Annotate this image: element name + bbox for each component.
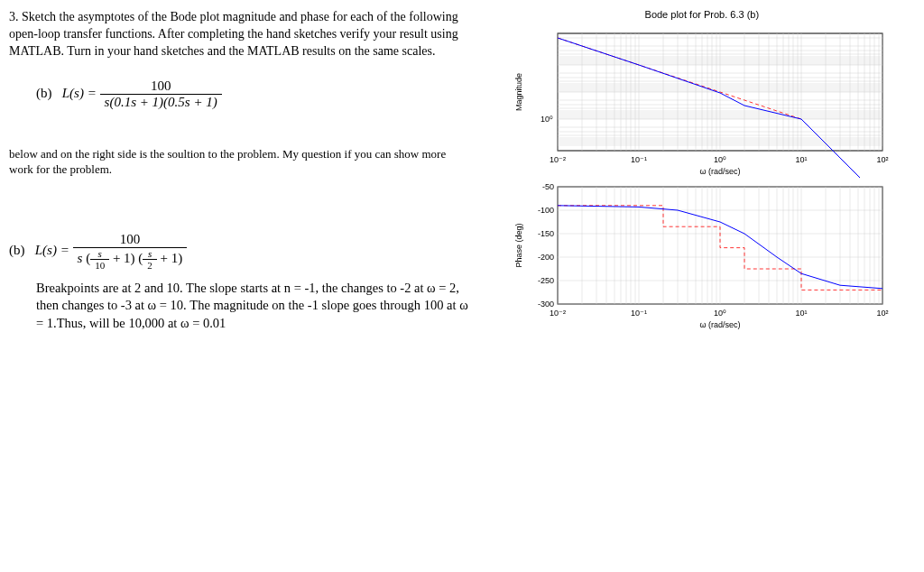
part-label: (b) — [36, 86, 52, 100]
svg-text:-200: -200 — [538, 253, 554, 262]
problem-number: 3. — [9, 10, 19, 23]
svg-text:10⁰: 10⁰ — [714, 309, 726, 318]
phase-xlabel: ω (rad/sec) — [699, 320, 740, 329]
svg-text:10⁻²: 10⁻² — [550, 155, 566, 164]
svg-text:10²: 10² — [876, 155, 888, 164]
problem-formula: (b) L(s) = 100 s(0.1s + 1)(0.5s + 1) — [36, 78, 471, 110]
solution-denominator: s (s10 + 1) (s2 + 1) — [73, 248, 188, 271]
svg-text:10²: 10² — [876, 309, 888, 318]
problem-statement: 3. Sketch the asymptotes of the Bode plo… — [9, 9, 471, 60]
phase-plot: -50 -100 -150 -200 -250 -300 10⁻² 10⁻¹ 1… — [508, 178, 896, 336]
svg-text:-150: -150 — [538, 229, 554, 238]
solution-numerator: 100 — [73, 232, 188, 248]
bode-plots: Bode plot for Prob. 6.3 (b) — [489, 9, 915, 336]
svg-text:-250: -250 — [538, 276, 554, 285]
chart-title: Bode plot for Prob. 6.3 (b) — [645, 9, 760, 20]
formula-numerator: 100 — [100, 78, 222, 95]
user-note: below and on the right side is the soult… — [9, 146, 471, 178]
magnitude-plot: 10⁰ 10⁻² 10⁻¹ 10⁰ 10¹ 10² ω (rad/sec) Ma… — [508, 24, 896, 178]
svg-text:10¹: 10¹ — [795, 155, 807, 164]
mag-ylabel: Magnitude — [514, 73, 523, 111]
svg-text:10¹: 10¹ — [795, 309, 807, 318]
svg-text:10⁻²: 10⁻² — [550, 309, 566, 318]
svg-text:-50: -50 — [542, 182, 554, 191]
formula-lhs: L(s) = — [62, 86, 100, 100]
problem-body: Sketch the asymptotes of the Bode plot m… — [9, 10, 458, 58]
solution-explanation: Breakpoints are at 2 and 10. The slope s… — [36, 280, 471, 333]
formula-denominator: s(0.1s + 1)(0.5s + 1) — [100, 95, 222, 110]
ytick-label: 10⁰ — [541, 115, 553, 124]
svg-text:-100: -100 — [538, 206, 554, 215]
solution-part-label: (b) — [9, 243, 25, 257]
solution-lhs: L(s) = — [35, 243, 73, 257]
mag-xlabel: ω (rad/sec) — [699, 167, 740, 176]
svg-text:10⁻¹: 10⁻¹ — [631, 155, 647, 164]
svg-text:10⁻¹: 10⁻¹ — [631, 309, 647, 318]
formula-fraction: 100 s(0.1s + 1)(0.5s + 1) — [100, 78, 222, 110]
solution-fraction: 100 s (s10 + 1) (s2 + 1) — [73, 232, 188, 271]
phase-ylabel: Phase (deg) — [514, 223, 523, 267]
svg-text:10⁰: 10⁰ — [714, 155, 726, 164]
solution-formula: (b) L(s) = 100 s (s10 + 1) (s2 + 1) — [9, 232, 471, 271]
svg-text:-300: -300 — [538, 300, 554, 309]
